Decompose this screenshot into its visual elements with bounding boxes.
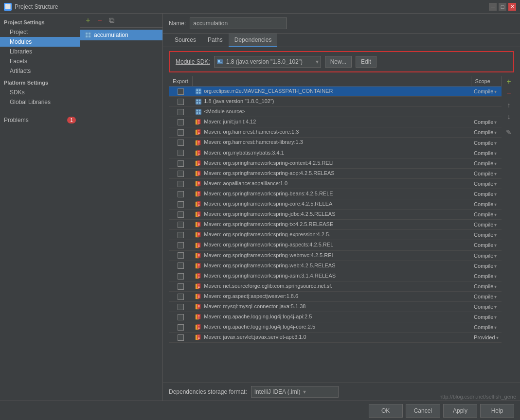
dep-checkbox[interactable] xyxy=(178,294,184,300)
dep-scope[interactable]: Compile▾ xyxy=(471,281,501,291)
table-row[interactable]: <Module source> xyxy=(169,107,502,117)
dep-checkbox[interactable] xyxy=(178,222,184,228)
dep-checkbox[interactable] xyxy=(178,232,184,238)
dep-scope[interactable]: Compile▾ xyxy=(471,148,501,158)
tab-dependencies[interactable]: Dependencies xyxy=(229,34,278,47)
table-row[interactable]: Maven: org.springframework:spring-webmvc… xyxy=(169,250,502,261)
help-button[interactable]: Help xyxy=(480,404,514,418)
sdk-edit-button[interactable]: Edit xyxy=(356,56,377,68)
table-row[interactable]: Maven: javax.servlet:javax.servlet-api:3… xyxy=(169,332,502,343)
sidebar-item-artifacts[interactable]: Artifacts xyxy=(0,66,80,76)
dep-checkbox[interactable] xyxy=(178,171,184,177)
sdk-select[interactable]: 1.8 (java version "1.8.0_102") ▾ xyxy=(214,56,321,68)
dep-checkbox[interactable] xyxy=(178,129,184,136)
table-row[interactable]: Maven: org.springframework:spring-beans:… xyxy=(169,189,502,199)
dep-scope[interactable]: Compile▾ xyxy=(471,312,501,322)
dep-scope[interactable]: Compile▾ xyxy=(471,138,501,148)
add-module-button[interactable]: + xyxy=(83,16,93,25)
close-button[interactable]: ✕ xyxy=(508,3,516,11)
sidebar-item-facets[interactable]: Facets xyxy=(0,56,80,66)
dep-scope[interactable]: Compile▾ xyxy=(471,301,501,312)
table-row[interactable]: Maven: org.hamcrest:hamcrest-core:1.3Com… xyxy=(169,127,502,138)
dep-scope[interactable]: Compile▾ xyxy=(471,220,501,230)
sidebar-item-libraries[interactable]: Libraries xyxy=(0,47,80,56)
dep-scope[interactable]: Compile▾ xyxy=(471,230,501,240)
table-row[interactable]: Maven: org.hamcrest:hamcrest-library:1.3… xyxy=(169,138,502,148)
storage-format-select[interactable]: IntelliJ IDEA (.iml) ▾ xyxy=(251,386,339,398)
dep-scope[interactable]: Compile▾ xyxy=(471,87,501,97)
dep-add-button[interactable]: + xyxy=(503,76,514,87)
dep-checkbox[interactable] xyxy=(178,242,184,248)
remove-module-button[interactable]: − xyxy=(95,16,105,25)
apply-button[interactable]: Apply xyxy=(443,404,477,418)
dep-table-scroll[interactable]: Export Scope org.eclipse.m2e.MAVEN2_CLAS… xyxy=(169,76,502,383)
table-row[interactable]: Maven: junit:junit:4.12Compile▾ xyxy=(169,117,502,127)
table-row[interactable]: Maven: org.aspectj:aspectjweaver:1.8.6Co… xyxy=(169,291,502,301)
maximize-button[interactable]: □ xyxy=(499,3,506,11)
dep-scope[interactable]: Compile▾ xyxy=(471,240,501,250)
name-input[interactable] xyxy=(190,18,287,29)
dep-scope[interactable]: Compile▾ xyxy=(471,117,501,127)
table-row[interactable]: Maven: org.apache.logging.log4j:log4j-ap… xyxy=(169,312,502,322)
dep-checkbox[interactable] xyxy=(178,119,184,125)
table-row[interactable]: Maven: org.springframework:spring-web:4.… xyxy=(169,261,502,271)
cancel-button[interactable]: Cancel xyxy=(406,404,440,418)
dep-checkbox[interactable] xyxy=(178,304,184,310)
table-row[interactable]: Maven: org.springframework:spring-aspect… xyxy=(169,240,502,250)
tab-paths[interactable]: Paths xyxy=(202,34,229,47)
dep-scope[interactable]: Compile▾ xyxy=(471,210,501,220)
dep-scope[interactable]: Compile▾ xyxy=(471,158,501,168)
dep-scope[interactable]: Compile▾ xyxy=(471,261,501,271)
table-row[interactable]: Maven: aopalliance:aopalliance:1.0Compil… xyxy=(169,178,502,189)
dep-checkbox[interactable] xyxy=(178,201,184,208)
dep-checkbox[interactable] xyxy=(178,314,184,320)
dep-checkbox[interactable] xyxy=(178,99,184,105)
sidebar-item-global-libraries[interactable]: Global Libraries xyxy=(0,97,80,107)
dep-scope[interactable]: Provided▾ xyxy=(471,332,501,343)
dep-checkbox[interactable] xyxy=(178,160,184,167)
sidebar-item-modules[interactable]: Modules xyxy=(0,37,80,47)
dep-edit-button[interactable]: ✎ xyxy=(503,127,514,138)
dep-up-button[interactable]: ↑ xyxy=(503,100,514,110)
dep-checkbox[interactable] xyxy=(178,211,184,218)
dep-scope[interactable]: Compile▾ xyxy=(471,127,501,138)
table-row[interactable]: Maven: mysql:mysql-connector-java:5.1.38… xyxy=(169,301,502,312)
dep-checkbox[interactable] xyxy=(178,324,184,331)
dep-scope[interactable]: Compile▾ xyxy=(471,178,501,189)
dep-scope[interactable]: Compile▾ xyxy=(471,250,501,261)
copy-module-button[interactable]: ⧉ xyxy=(107,16,116,25)
dep-checkbox[interactable] xyxy=(178,88,184,95)
sdk-new-button[interactable]: New... xyxy=(325,56,352,68)
dep-down-button[interactable]: ↓ xyxy=(503,111,514,122)
table-row[interactable]: Maven: org.mybatis:mybatis:3.4.1Compile▾ xyxy=(169,148,502,158)
dep-checkbox[interactable] xyxy=(178,273,184,280)
module-item-accumulation[interactable]: accumulation xyxy=(80,30,162,40)
table-row[interactable]: Maven: org.springframework:spring-core:4… xyxy=(169,199,502,210)
dep-scope[interactable]: Compile▾ xyxy=(471,189,501,199)
dep-checkbox[interactable] xyxy=(178,283,184,290)
dep-checkbox[interactable] xyxy=(178,181,184,187)
dep-scope[interactable]: Compile▾ xyxy=(471,199,501,210)
dep-scope[interactable]: Compile▾ xyxy=(471,168,501,178)
dep-scope[interactable]: Compile▾ xyxy=(471,271,501,281)
table-row[interactable]: Maven: org.springframework:spring-jdbc:4… xyxy=(169,210,502,220)
minimize-button[interactable]: ─ xyxy=(489,3,497,11)
table-row[interactable]: Maven: org.springframework:spring-aop:4.… xyxy=(169,168,502,178)
table-row[interactable]: Maven: org.springframework:spring-expres… xyxy=(169,230,502,240)
dep-checkbox[interactable] xyxy=(178,191,184,197)
dep-checkbox[interactable] xyxy=(178,334,184,341)
sidebar-item-project[interactable]: Project xyxy=(0,27,80,37)
dep-remove-button[interactable]: − xyxy=(503,88,514,99)
table-row[interactable]: Maven: org.springframework:spring-contex… xyxy=(169,158,502,168)
dep-checkbox[interactable] xyxy=(178,262,184,269)
dep-scope[interactable]: Compile▾ xyxy=(471,291,501,301)
tab-sources[interactable]: Sources xyxy=(169,34,202,47)
table-row[interactable]: Maven: org.springframework:spring-asm:3.… xyxy=(169,271,502,281)
sidebar-item-sdks[interactable]: SDKs xyxy=(0,88,80,97)
dep-checkbox[interactable] xyxy=(178,252,184,259)
table-row[interactable]: org.eclipse.m2e.MAVEN2_CLASSPATH_CONTAIN… xyxy=(169,87,502,97)
table-row[interactable]: Maven: org.apache.logging.log4j:log4j-co… xyxy=(169,322,502,332)
table-row[interactable]: Maven: org.springframework:spring-tx:4.2… xyxy=(169,220,502,230)
dep-checkbox[interactable] xyxy=(178,109,184,115)
table-row[interactable]: 1.8 (java version "1.8.0_102") xyxy=(169,97,502,107)
